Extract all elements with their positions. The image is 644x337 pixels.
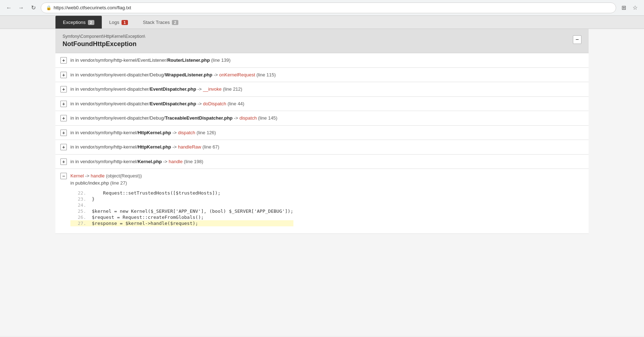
expanded-method: handle: [91, 173, 105, 178]
expand-btn-1[interactable]: +: [60, 57, 67, 64]
trace-text-7: in in vendor/symfony/http-kernel/HttpKer…: [70, 144, 219, 151]
tab-stack-traces[interactable]: Stack Traces 2: [135, 16, 186, 29]
browser-icons: ⊞ ☆: [619, 3, 640, 12]
expanded-filename: index.php: [89, 180, 109, 186]
trace-row-5: +in in vendor/symfony/event-dispatcher/D…: [55, 111, 589, 126]
trace-text-8: in in vendor/symfony/http-kernel/Kernel.…: [70, 158, 203, 165]
reload-button[interactable]: ↻: [29, 3, 38, 12]
exception-name: NotFoundHttpException: [63, 40, 145, 48]
expand-btn-3[interactable]: +: [60, 86, 67, 92]
forward-button[interactable]: →: [16, 3, 26, 12]
trace-rows-container: +in in vendor/symfony/http-kernel/EventL…: [55, 53, 589, 169]
collapse-button[interactable]: −: [573, 35, 581, 44]
line-number: 26.: [70, 215, 92, 220]
trace-text-6: in in vendor/symfony/http-kernel/HttpKer…: [70, 129, 216, 136]
tab-exceptions[interactable]: Exceptions 2: [55, 16, 102, 29]
code-line: 23.}: [70, 196, 293, 202]
expand-btn-7[interactable]: +: [60, 144, 67, 150]
tab-exceptions-badge: 2: [88, 20, 94, 25]
code-line: 25.$kernel = new Kernel($_SERVER['APP_EN…: [70, 208, 293, 214]
code-line: 27.$response = $kernel->handle($request)…: [70, 220, 293, 226]
line-number: 25.: [70, 208, 92, 214]
trace-row-7: +in in vendor/symfony/http-kernel/HttpKe…: [55, 140, 589, 155]
code-line: 24.: [70, 202, 293, 208]
tab-logs-badge: 1: [122, 20, 128, 25]
code-content: $request = Request::createFromGlobals();: [92, 215, 204, 220]
tab-bar: Exceptions 2 Logs 1 Stack Traces 2: [0, 16, 644, 29]
expanded-row-collapse-btn[interactable]: −: [60, 173, 67, 179]
expand-btn-5[interactable]: +: [60, 115, 67, 121]
trace-text-5: in in vendor/symfony/event-dispatcher/De…: [70, 115, 277, 122]
trace-row-4: +in in vendor/symfony/event-dispatcher/E…: [55, 97, 589, 111]
trace-text-3: in in vendor/symfony/event-dispatcher/Ev…: [70, 86, 242, 93]
expand-btn-4[interactable]: +: [60, 101, 67, 107]
bookmark-button[interactable]: ☆: [630, 3, 640, 12]
trace-row-6: +in in vendor/symfony/http-kernel/HttpKe…: [55, 126, 589, 140]
trace-row-1: +in in vendor/symfony/http-kernel/EventL…: [55, 53, 589, 68]
trace-text-2: in in vendor/symfony/event-dispatcher/De…: [70, 71, 276, 79]
trace-text-1: in in vendor/symfony/http-kernel/EventLi…: [70, 57, 231, 64]
expanded-trace-row: − Kernel -> handle (object(Request)) in …: [55, 169, 589, 234]
browser-chrome: ← → ↻ 🔒 https://web0.ctfsecurinets.com/f…: [0, 0, 644, 16]
exception-block: Symfony\Component\HttpKernel\Exception\ …: [55, 29, 589, 234]
main-content: Symfony\Component\HttpKernel\Exception\ …: [0, 29, 644, 336]
expand-btn-8[interactable]: +: [60, 159, 67, 165]
code-content: Request::setTrustedHosts([$trustedHosts]…: [92, 190, 221, 196]
trace-text-4: in in vendor/symfony/event-dispatcher/Ev…: [70, 100, 244, 107]
tab-stack-traces-badge: 2: [172, 20, 178, 25]
trace-row-8: +in in vendor/symfony/http-kernel/Kernel…: [55, 155, 589, 169]
back-button[interactable]: ←: [4, 3, 14, 12]
expanded-class: Kernel: [70, 173, 84, 178]
code-content: $kernel = new Kernel($_SERVER['APP_ENV']…: [92, 208, 293, 214]
trace-row-2: +in in vendor/symfony/event-dispatcher/D…: [55, 68, 589, 82]
tab-exceptions-label: Exceptions: [63, 20, 86, 25]
lock-icon: 🔒: [46, 5, 51, 10]
trace-row-3: +in in vendor/symfony/event-dispatcher/E…: [55, 82, 589, 97]
address-bar[interactable]: 🔒 https://web0.ctfsecurinets.com/flag.tx…: [41, 2, 616, 13]
line-number: 22.: [70, 190, 92, 196]
code-block: 22. Request::setTrustedHosts([$trustedHo…: [70, 186, 293, 230]
exception-namespace: Symfony\Component\HttpKernel\Exception\: [63, 34, 145, 39]
translate-button[interactable]: ⊞: [619, 3, 628, 12]
tab-logs-label: Logs: [109, 20, 119, 25]
line-number: 23.: [70, 196, 92, 202]
line-number: 27.: [70, 221, 92, 226]
code-content: $response = $kernel->handle($request);: [92, 221, 198, 226]
expand-btn-2[interactable]: +: [60, 72, 67, 78]
url-text: https://web0.ctfsecurinets.com/flag.txt: [54, 5, 131, 10]
trace-expanded-content: Kernel -> handle (object(Request)) in pu…: [70, 172, 293, 230]
expand-btn-6[interactable]: +: [60, 130, 67, 136]
expanded-trace-label: Kernel -> handle (object(Request)) in pu…: [70, 172, 293, 186]
tab-logs[interactable]: Logs 1: [102, 16, 135, 29]
tab-stack-traces-label: Stack Traces: [143, 20, 170, 25]
exception-header: Symfony\Component\HttpKernel\Exception\ …: [55, 29, 589, 53]
code-line: 26.$request = Request::createFromGlobals…: [70, 214, 293, 220]
code-line: 22. Request::setTrustedHosts([$trustedHo…: [70, 190, 293, 196]
code-content: }: [92, 196, 95, 202]
line-number: 24.: [70, 202, 92, 208]
exception-info: Symfony\Component\HttpKernel\Exception\ …: [63, 34, 145, 48]
